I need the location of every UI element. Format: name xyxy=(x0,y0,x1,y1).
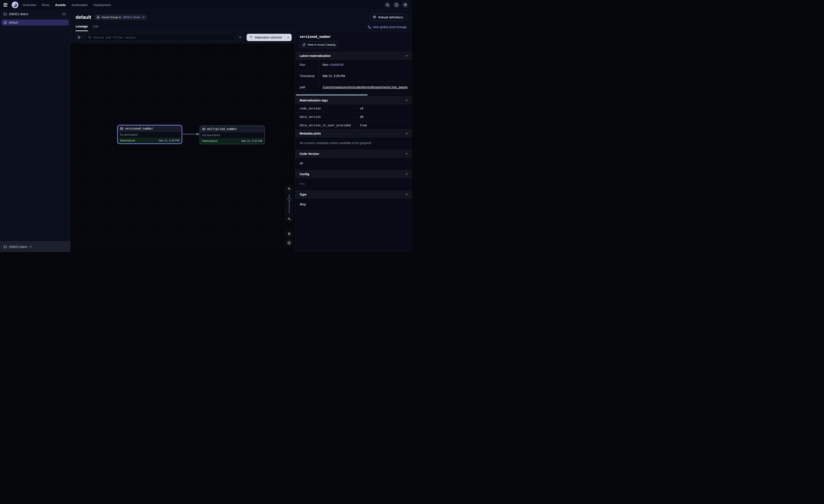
sidebar: 250321-dvers 1 default 250321-dvers ⟳ xyxy=(0,10,70,252)
asset-group-badge-text: Asset Group in xyxy=(102,16,121,19)
materialization-tags-table: code_version v5 data_version 20 data_ver… xyxy=(295,104,412,130)
asset-node-status: Materialized xyxy=(202,139,217,143)
lineage-graph-canvas[interactable]: versioned_number No description Material… xyxy=(70,43,295,252)
sidebar-footer: 250321-dvers ⟳ xyxy=(0,241,70,252)
config-value: Any xyxy=(295,178,412,191)
section-latest-materialization[interactable]: Latest materialization ▼ xyxy=(295,52,412,60)
refresh-graph-button[interactable]: ⟳ xyxy=(237,34,244,41)
zoom-slider[interactable] xyxy=(286,192,292,215)
folder-icon xyxy=(3,245,7,249)
download-icon xyxy=(287,241,291,245)
run-prefix: Run xyxy=(323,63,329,67)
refresh-icon[interactable]: ⟳ xyxy=(29,245,32,248)
tag-value: true xyxy=(356,121,412,129)
page-title: default xyxy=(76,14,91,20)
sidebar-repo-row[interactable]: 250321-dvers 1 xyxy=(0,10,70,18)
table-row-timestamp: Timestamp Mar 21, 5:29 PM xyxy=(295,71,412,82)
search-icon[interactable] xyxy=(384,2,391,8)
nav-item-assets[interactable]: Assets xyxy=(55,3,66,7)
asset-group-repo-link[interactable]: 250321-dvers xyxy=(122,16,140,19)
asset-node-name: multiplied_number xyxy=(207,127,237,131)
asset-node-multiplied-number[interactable]: multiplied_number No description Materia… xyxy=(200,125,265,144)
asset-node-versioned-number[interactable]: versioned_number No description Material… xyxy=(117,125,182,144)
tag-key: code_version xyxy=(295,104,356,113)
table-row: data_version 20 xyxy=(295,113,412,121)
section-type[interactable]: Type ▼ xyxy=(295,191,412,198)
run-id-link[interactable]: c9a40434 xyxy=(329,63,343,67)
section-materialization-tags[interactable]: Materialization tags ▼ xyxy=(295,97,412,104)
chevron-down-icon: ▼ xyxy=(406,194,408,196)
chevron-down-icon: ▼ xyxy=(406,153,408,155)
asset-node-timestamp: Mar 21, 5:29 PM xyxy=(159,139,180,142)
sidebar-group-label: default xyxy=(9,21,18,24)
horizontal-scrollbar[interactable] xyxy=(296,94,368,96)
view-global-asset-lineage-label: View global asset lineage xyxy=(373,25,407,29)
section-code-version[interactable]: Code Version ▼ xyxy=(295,150,412,158)
asset-node-description: No description xyxy=(118,132,182,138)
download-graph-button[interactable] xyxy=(286,239,293,246)
help-icon[interactable]: ? xyxy=(393,2,400,8)
section-config[interactable]: Config ▼ xyxy=(295,170,412,178)
tab-lineage[interactable]: Lineage xyxy=(76,24,88,31)
expand-panel-button[interactable] xyxy=(76,34,83,41)
reload-definitions-button[interactable]: Reload definitions xyxy=(369,13,407,21)
reload-definitions-label: Reload definitions xyxy=(378,16,403,19)
reload-cube-icon xyxy=(373,15,376,19)
chevron-down-icon: ▼ xyxy=(406,99,408,102)
section-heading: Materialization tags xyxy=(300,99,328,102)
section-heading: Config xyxy=(300,172,309,176)
section-heading: Type xyxy=(300,193,307,196)
asset-group-badge: Asset Group in 250321-dvers ⟳ xyxy=(94,14,147,20)
row-label: path xyxy=(295,82,319,93)
chevron-down-icon: ▼ xyxy=(406,132,408,135)
refresh-icon[interactable]: ⟳ xyxy=(142,16,145,19)
table-row-path: path /Users/smackesey/stm/code/elementl/… xyxy=(295,82,412,94)
materialize-selected-button[interactable]: Materialize selected ▼ xyxy=(246,34,292,41)
dagster-logo[interactable] xyxy=(12,2,18,8)
zoom-out-button[interactable] xyxy=(286,215,292,222)
nav-item-automation[interactable]: Automation xyxy=(72,3,88,7)
view-in-asset-catalog-label: View in Asset Catalog xyxy=(307,43,335,46)
hamburger-menu-icon[interactable] xyxy=(3,3,7,6)
app-root: Overview Runs Assets Automation Deployme… xyxy=(0,0,412,252)
zoom-controls xyxy=(286,185,293,222)
view-in-asset-catalog-button[interactable]: View in Asset Catalog xyxy=(300,41,338,48)
row-label: Run xyxy=(295,60,319,71)
asset-search-box xyxy=(86,34,234,41)
path-link[interactable]: /Users/smackesey/stm/code/elementl/exper… xyxy=(323,86,408,89)
section-heading: Metadata plots xyxy=(300,132,321,135)
nav-item-runs[interactable]: Runs xyxy=(42,3,49,7)
sidebar-item-default-group[interactable]: default xyxy=(1,19,69,25)
sidebar-repo-name: 250321-dvers xyxy=(9,12,28,16)
zoom-slider-track xyxy=(289,194,290,214)
asset-group-icon xyxy=(3,21,7,24)
asset-group-icon xyxy=(97,16,100,19)
page-header: default Asset Group in 250321-dvers ⟳ xyxy=(70,10,412,31)
nav-actions: ? ⚙ xyxy=(384,2,409,8)
chevron-down-icon: ▼ xyxy=(406,173,408,175)
zoom-slider-thumb[interactable] xyxy=(288,198,291,201)
materialize-dropdown-caret[interactable]: ▼ xyxy=(285,34,292,41)
nav-item-overview[interactable]: Overview xyxy=(23,3,36,7)
sparkles-icon xyxy=(249,35,253,39)
view-global-asset-lineage-link[interactable]: View global asset lineage xyxy=(368,25,407,31)
zoom-in-button[interactable] xyxy=(286,185,292,192)
asset-node-description: No description xyxy=(200,132,264,138)
graph-settings-button[interactable]: ⚙ xyxy=(286,231,293,237)
tag-value: v5 xyxy=(356,104,412,113)
nav-item-deployment[interactable]: Deployment xyxy=(94,3,111,7)
settings-gear-icon[interactable]: ⚙ xyxy=(402,2,409,8)
nav-links: Overview Runs Assets Automation Deployme… xyxy=(23,3,111,7)
section-heading: Code Version xyxy=(300,152,319,155)
tab-list[interactable]: List xyxy=(93,24,98,31)
section-metadata-plots[interactable]: Metadata plots ▼ xyxy=(295,130,412,137)
expand-panel-icon xyxy=(78,35,81,39)
svg-text:?: ? xyxy=(396,4,397,6)
type-value: Any xyxy=(295,198,412,212)
table-icon xyxy=(202,127,205,131)
tag-key: data_version_is_user_provided xyxy=(295,121,356,129)
search-icon xyxy=(88,36,91,39)
search-input[interactable] xyxy=(93,36,231,39)
sidebar-repo-count-badge: 1 xyxy=(61,12,67,16)
row-label: Timestamp xyxy=(295,71,319,82)
